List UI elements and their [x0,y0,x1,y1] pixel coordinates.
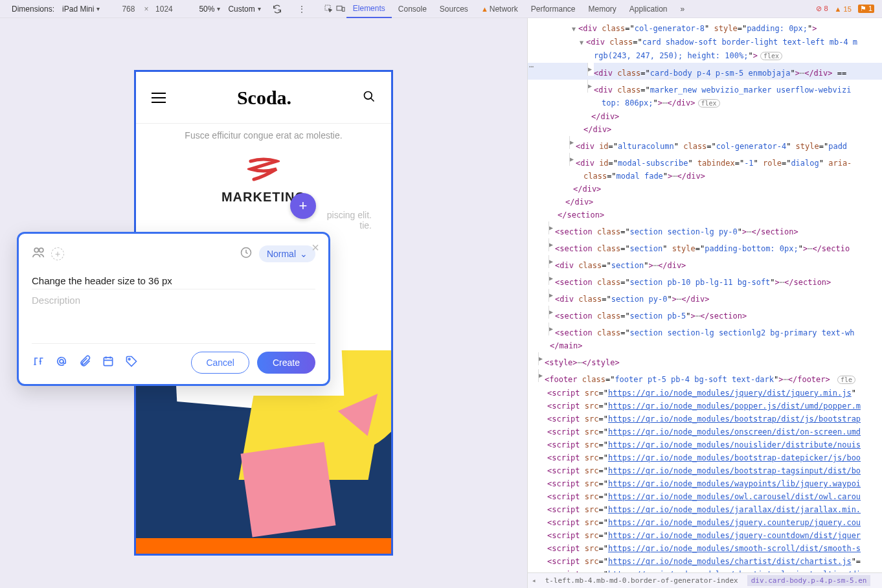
dom-line[interactable]: </div> [528,196,882,209]
dom-line[interactable]: <script src="https://qr.io/node_modules/… [528,400,882,413]
dom-line[interactable]: </main> [528,339,882,352]
dom-line[interactable]: <div class="card-body p-4 p-sm-5 enmobja… [528,63,882,80]
marketing-heading: MARKETING [155,190,372,205]
device-preview-pane: Scoda. Fusce efficitur congue erat ac mo… [0,18,527,588]
dom-line[interactable]: <style>⋯</style> [528,352,882,369]
crumb-scroll-left-icon[interactable]: ◂ [532,576,536,585]
dom-line[interactable]: <div class="card shadow-soft border-ligh… [528,36,882,49]
dom-line[interactable]: <section class="section section-lg secti… [528,322,882,339]
rotate-icon[interactable] [271,3,283,15]
breadcrumb-bar[interactable]: ◂ t-left.mb-4.mb-md-0.border-of-generato… [528,572,882,588]
dom-line[interactable]: <div class="section py-0">⋯</div> [528,289,882,306]
warning-count[interactable]: ▲ 15 [835,5,852,13]
more-icon[interactable]: ⋮ [296,3,308,15]
dom-line[interactable]: <section class="section" style="padding-… [528,238,882,255]
crumb-1[interactable]: t-left.mb-4.mb-md-0.border-of-generator-… [541,575,742,586]
cancel-button[interactable]: Cancel [191,352,249,374]
dom-line[interactable]: <script src="https://qr.io/node_modules/… [528,477,882,490]
create-button[interactable]: Create [257,352,315,374]
dom-line[interactable]: <div id="modal-subscribe" tabindex="-1" … [528,153,882,170]
dom-line[interactable]: <script src="https://qr.io/node_modules/… [528,490,882,503]
task-description-input[interactable] [32,289,315,338]
dimensions-label: Dimensions: [8,5,58,14]
crumb-2[interactable]: div.card-body.p-4.p-sm-5.en [747,575,871,586]
inspect-icon[interactable] [323,3,335,15]
throttle-selector[interactable]: Custom [224,5,264,14]
svg-point-8 [60,359,63,363]
dom-line[interactable]: <script src="https://qr.io/node_modules/… [528,413,882,425]
tab-elements[interactable]: Elements [346,0,392,18]
dom-line[interactable]: <script src="https://qr.io/node_modules/… [528,516,882,529]
dom-line[interactable]: <section class="section pb-5">⋯</section… [528,306,882,322]
dom-line[interactable]: <div class="section">⋯</div> [528,255,882,272]
clock-icon[interactable] [240,246,253,262]
dom-line[interactable]: <script src="https://qr.io/node_modules/… [528,387,882,400]
squiggle-icon [247,156,280,182]
dom-line[interactable]: class="modal fade">⋯</div> [528,170,882,183]
site-logo: Scoda. [237,87,291,109]
dom-line[interactable]: <div class="marker_new webvizio_marker u… [528,80,882,96]
gutter-overflow-icon[interactable]: ⋯ [529,62,534,71]
dom-line[interactable]: </section> [528,209,882,221]
x-separator: × [140,5,152,14]
tab-memory[interactable]: Memory [582,1,622,17]
dom-line[interactable]: <script src="https://qr.io/node_modules/… [528,451,882,464]
dom-line[interactable]: <div class="col-generator-8" style="padd… [528,22,882,36]
height-input[interactable] [152,5,175,14]
text-format-icon[interactable] [32,355,45,370]
dom-line[interactable]: <script src="https://qr.io/node_modules/… [528,438,882,451]
tab-sources[interactable]: Sources [433,1,475,17]
svg-rect-2 [342,7,344,11]
hamburger-icon[interactable] [152,93,166,103]
width-input[interactable] [117,5,140,14]
assignees-icon[interactable] [32,245,46,262]
tab-overflow[interactable]: » [674,1,692,17]
panel-tabs: Elements Console Sources ▲Network Perfor… [346,0,691,18]
task-title-input[interactable] [32,273,315,289]
dom-line[interactable]: <section class="section pb-10 pb-lg-11 b… [528,272,882,289]
date-icon[interactable] [102,355,115,370]
dom-line[interactable]: <script src="https://qr.io/node_modules/… [528,464,882,477]
tab-performance[interactable]: Performance [525,1,582,17]
dom-line[interactable]: <script src="https://qr.io/node_modules/… [528,503,882,516]
priority-selector[interactable]: Normal [259,245,315,262]
dom-line[interactable]: </div> [528,183,882,196]
devtools-toolbar: Dimensions: iPad Mini × 50% Custom ⋮ Ele… [0,0,882,18]
dom-line[interactable]: top: 806px;">⋯</div>flex [528,96,882,110]
dom-line[interactable]: <script src="https://qr.io/node_modules/… [528,425,882,438]
dom-line[interactable]: <script src="https://qr.io/node_modules/… [528,529,882,542]
message-count[interactable]: ⚑ 1 [858,5,874,13]
dom-line[interactable]: <script src="https://qr.io/node_modules/… [528,542,882,555]
add-fab-button[interactable]: + [290,193,316,219]
search-icon[interactable] [363,90,376,106]
close-icon[interactable]: × [311,240,319,255]
dom-line[interactable]: <div id="alturacolumn" class="col-genera… [528,136,882,153]
svg-point-3 [365,91,372,99]
dom-line[interactable]: <script src="https://qr.io/node_modules/… [528,555,882,568]
device-selector[interactable]: iPad Mini [58,5,104,14]
svg-point-5 [34,248,38,252]
site-content: Fusce efficitur congue erat ac molestie.… [136,130,391,231]
attachment-icon[interactable] [78,355,91,370]
svg-rect-9 [104,357,112,366]
dom-line[interactable]: </div> [528,110,882,123]
dom-line[interactable]: <footer class="footer pt-5 pb-4 bg-soft … [528,369,882,387]
content-text-1: Fusce efficitur congue erat ac molestie. [155,130,372,141]
tab-application[interactable]: Application [623,1,674,17]
svg-rect-1 [337,6,342,10]
tag-icon[interactable] [125,355,138,370]
mention-icon[interactable] [55,355,68,370]
zoom-selector[interactable]: 50% [195,5,224,14]
elements-panel: ⋯ <div class="col-generator-8" style="pa… [527,18,882,588]
add-assignee-icon[interactable]: + [51,247,64,260]
dom-line[interactable]: <section class="section section-lg py-0"… [528,221,882,238]
dom-line[interactable]: <script src="https://qr.io/node_modules/… [528,568,882,572]
tab-network[interactable]: ▲Network [475,1,525,17]
error-count[interactable]: ⊘ 8 [816,5,828,13]
tab-console[interactable]: Console [392,1,433,17]
device-toggle-icon[interactable] [335,3,346,15]
dom-tree[interactable]: <div class="col-generator-8" style="padd… [528,18,882,572]
dom-line[interactable]: </div> [528,123,882,136]
dom-line[interactable]: rgb(243, 247, 250); height: 100%;">flex [528,49,882,63]
content-text-2: piscing elit.tie. [155,210,372,231]
